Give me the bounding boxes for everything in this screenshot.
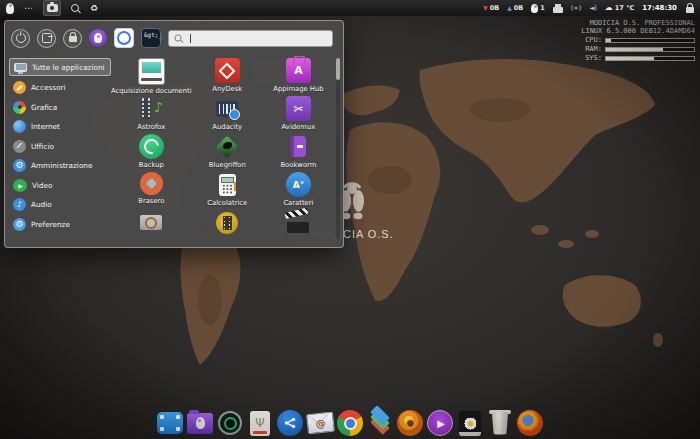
waveform-icon — [215, 96, 240, 121]
app-label: Bluegriffon — [209, 161, 246, 169]
disc-icon — [140, 172, 163, 195]
scrollbar-thumb[interactable] — [336, 58, 340, 80]
sidebar-item-all-apps[interactable]: Tutte le applicazioni — [9, 58, 111, 76]
temperature-value: 17 °C — [615, 4, 634, 12]
printer-glyph — [553, 7, 563, 13]
padlock-glyph — [686, 7, 694, 13]
volume-icon[interactable]: ◄) — [589, 4, 597, 12]
network-upload-indicator[interactable]: ▲ 0B — [507, 4, 523, 12]
app-avidemux[interactable]: ✂ Avidemux — [282, 94, 316, 132]
app-camera[interactable] — [139, 208, 164, 245]
overflow-icon[interactable]: ⋯ — [24, 1, 34, 15]
film-reel-icon — [215, 210, 240, 235]
recycle-icon[interactable]: ♻ — [89, 1, 99, 15]
padlock-icon — [69, 36, 77, 42]
updates-indicator[interactable]: 1 — [531, 4, 545, 13]
chrome-icon — [337, 410, 363, 436]
app-label: Caratteri — [283, 199, 313, 207]
sidebar-item-label: Internet — [31, 122, 60, 131]
app-document-scanner[interactable]: Acquisizione documenti — [111, 56, 192, 94]
sidebar-item-internet[interactable]: Internet — [9, 119, 111, 135]
app-clapperboard[interactable] — [286, 208, 311, 245]
penguin-updates-icon — [531, 4, 538, 13]
dock-item-chrome[interactable] — [336, 408, 364, 438]
printer-icon[interactable] — [553, 1, 563, 15]
settings-button[interactable] — [114, 28, 134, 48]
app-label: Calcolatrice — [207, 199, 247, 207]
cpu-label: CPU: — [585, 36, 602, 44]
modicia-penguin-icon — [94, 33, 102, 43]
sidebar-item-label: Video — [32, 181, 52, 190]
dock-item-xnview[interactable] — [396, 408, 424, 438]
app-anydesk[interactable]: AnyDesk — [212, 56, 242, 94]
trash-icon — [491, 412, 509, 435]
app-calculator[interactable]: Calcolatrice — [207, 170, 247, 208]
app-brasero[interactable]: Brasero — [138, 170, 164, 208]
clapperboard-icon — [286, 210, 311, 235]
terminal-button[interactable]: &gt;_ — [141, 28, 161, 48]
conky-kernel: LINUX 6.5.000 DEB12.4DAMD64 — [581, 27, 695, 35]
weather-indicator[interactable]: ☁ 17 °C — [605, 4, 634, 12]
monitor-icon — [14, 63, 27, 72]
dock-item-media-player[interactable]: ▶ — [426, 408, 454, 438]
headset-icon[interactable]: (∞) — [571, 4, 582, 12]
search-icon[interactable] — [70, 1, 80, 15]
sidebar-item-video[interactable]: ▶ Video — [9, 177, 111, 193]
app-label: Appimage Hub — [273, 85, 323, 93]
sidebar-item-administration[interactable]: ⚙ Amministrazione — [9, 158, 111, 174]
dock-item-screen-lens[interactable] — [216, 408, 244, 438]
app-audacity[interactable]: Audacity — [212, 94, 242, 132]
network-download-indicator[interactable]: ▼ 0B — [483, 4, 499, 12]
dock-item-usb-media[interactable]: Ψ — [246, 408, 274, 438]
dock-item-trash[interactable] — [486, 408, 514, 438]
app-astrofox[interactable]: ♪ Astrofox — [137, 94, 165, 132]
app-bookworm[interactable]: Bookworm — [280, 132, 316, 170]
sidebar-item-label: Grafica — [31, 103, 57, 112]
music-note-icon: ♪ — [13, 198, 26, 211]
menu-body: Tutte le applicazioni Accessori Grafica … — [5, 54, 343, 245]
search-input[interactable] — [168, 30, 333, 47]
top-panel: ⋯ ♻ ▼ 0B ▲ 0B 1 (∞) ◄) ☁ 17 °C — [0, 0, 700, 16]
scrollbar[interactable] — [336, 58, 340, 239]
fonts-icon: A° — [286, 172, 311, 197]
sidebar-item-office[interactable]: Ufficio — [9, 138, 111, 154]
book-icon — [286, 134, 311, 159]
folder-icon — [187, 413, 213, 434]
lock-icon[interactable] — [685, 1, 695, 15]
app-fonts[interactable]: A° Caratteri — [283, 170, 313, 208]
app-bluegriffon[interactable]: Bluegriffon — [209, 132, 246, 170]
system-monitor: MODICIA O.S. PROFESSIONAL LINUX 6.5.000 … — [581, 19, 695, 62]
app-film-reel[interactable] — [215, 208, 240, 245]
menu-header: &gt;_ — [5, 21, 343, 51]
sidebar-item-audio[interactable]: ♪ Audio — [9, 197, 111, 213]
clock[interactable]: 17:48:30 — [642, 4, 677, 12]
desktop-icon — [157, 412, 183, 434]
app-appimage-hub[interactable]: A Appimage Hub — [273, 56, 323, 94]
sidebar-item-accessories[interactable]: Accessori — [9, 80, 111, 96]
dock-item-music-box[interactable] — [456, 408, 484, 438]
modicia-store-button[interactable] — [89, 29, 107, 47]
dock-item-mail[interactable]: @ — [306, 408, 334, 438]
upload-arrow-icon: ▲ — [507, 5, 512, 11]
app-label: Audacity — [212, 123, 242, 131]
envelope-icon: @ — [306, 412, 335, 435]
sidebar-item-graphics[interactable]: Grafica — [9, 99, 111, 115]
conky-title: MODICIA O.S. PROFESSIONAL — [581, 19, 695, 27]
app-label: Bookworm — [280, 161, 316, 169]
dock-item-share[interactable] — [276, 408, 304, 438]
lock-screen-button[interactable] — [63, 29, 82, 48]
screenshot-tool-icon[interactable] — [43, 0, 61, 16]
logout-button[interactable] — [37, 29, 56, 48]
calculator-icon — [215, 172, 240, 197]
distro-menu-icon[interactable] — [5, 1, 15, 15]
cloud-icon: ☁ — [605, 4, 613, 12]
app-backup[interactable]: Backup — [139, 132, 164, 170]
shutdown-button[interactable] — [11, 29, 30, 48]
gear-icon: ⚙ — [13, 159, 26, 172]
dock-item-file-manager[interactable] — [186, 408, 214, 438]
dock-item-desktop[interactable] — [156, 408, 184, 438]
dock-item-firefox[interactable] — [516, 408, 544, 438]
download-value: 0B — [490, 4, 499, 12]
dock-item-office-layers[interactable] — [366, 408, 394, 438]
sidebar-item-preferences[interactable]: ⚙ Preferenze — [9, 216, 111, 232]
